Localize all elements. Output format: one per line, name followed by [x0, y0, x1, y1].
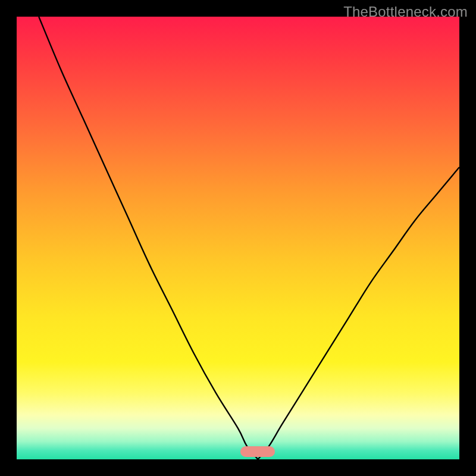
right-curve	[258, 167, 459, 459]
chart-frame: TheBottleneck.com	[0, 0, 476, 476]
left-curve	[39, 17, 258, 459]
watermark-text: TheBottleneck.com	[343, 4, 468, 20]
bottleneck-marker	[240, 446, 275, 457]
curve-layer	[17, 17, 459, 459]
plot-area	[17, 17, 459, 459]
